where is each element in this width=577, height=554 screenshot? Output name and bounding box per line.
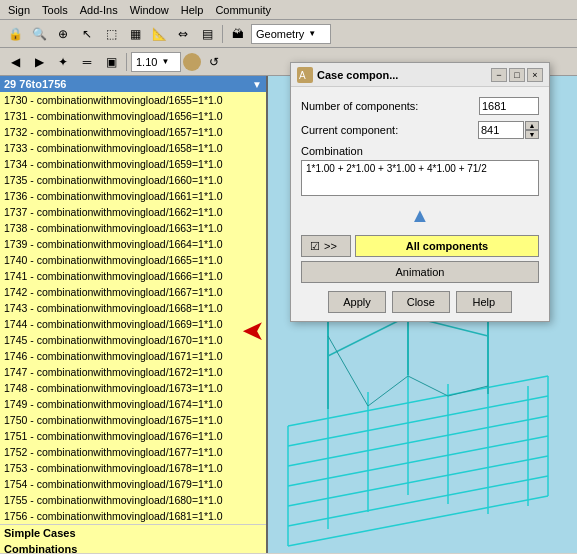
simple-cases-label[interactable]: Simple Cases [0, 525, 266, 541]
current-component-input[interactable] [478, 121, 524, 139]
fwd-btn[interactable]: ▶ [28, 51, 50, 73]
all-components-button[interactable]: All components [355, 235, 539, 257]
list-items-container: 1730 - combinationwithmovingload/1655=1*… [0, 92, 266, 524]
list-item[interactable]: 1730 - combinationwithmovingload/1655=1*… [0, 92, 266, 108]
cursor-btn[interactable]: ↖ [76, 23, 98, 45]
scale-chevron-icon: ▼ [161, 57, 169, 66]
scale-value: 1.10 [136, 56, 157, 68]
back-btn[interactable]: ◀ [4, 51, 26, 73]
svg-line-2 [288, 416, 548, 466]
maximize-button[interactable]: □ [509, 68, 525, 82]
current-component-label: Current component: [301, 124, 478, 136]
scale-dropdown[interactable]: 1.10 ▼ [131, 52, 181, 72]
list-item[interactable]: 1751 - combinationwithmovingload/1676=1*… [0, 428, 266, 444]
list-item[interactable]: 1752 - combinationwithmovingload/1677=1*… [0, 444, 266, 460]
svg-line-6 [288, 496, 548, 546]
list-header[interactable]: 29 76to1756 ▼ [0, 76, 266, 92]
svg-line-23 [368, 376, 408, 406]
menu-tools[interactable]: Tools [36, 2, 74, 18]
node-btn[interactable]: ✦ [52, 51, 74, 73]
current-component-row: Current component: ▲ ▼ [301, 121, 539, 139]
spinner-up-button[interactable]: ▲ [525, 121, 539, 130]
check-nav-button[interactable]: ☑ >> [301, 235, 351, 257]
measure-btn[interactable]: 📐 [148, 23, 170, 45]
close-dialog-button[interactable]: Close [392, 291, 450, 313]
list-item[interactable]: 1753 - combinationwithmovingload/1678=1*… [0, 460, 266, 476]
lock-btn[interactable]: 🔒 [4, 23, 26, 45]
list-item[interactable]: 1739 - combinationwithmovingload/1664=1*… [0, 236, 266, 252]
help-button[interactable]: Help [456, 291, 512, 313]
nav-btn-label: >> [324, 240, 337, 252]
list-item[interactable]: 1756 - combinationwithmovingload/1681=1*… [0, 508, 266, 524]
zoom-btn[interactable]: 🔍 [28, 23, 50, 45]
chevron-down-icon: ▼ [308, 29, 316, 38]
select-btn[interactable]: ⬚ [100, 23, 122, 45]
plate-btn[interactable]: ▣ [100, 51, 122, 73]
list-item[interactable]: 1755 - combinationwithmovingload/1680=1*… [0, 492, 266, 508]
sep1 [222, 25, 223, 43]
list-header-arrow-icon: ▼ [252, 79, 262, 90]
menu-help[interactable]: Help [175, 2, 210, 18]
color-btn[interactable] [183, 53, 201, 71]
list-item[interactable]: 1750 - combinationwithmovingload/1675=1*… [0, 412, 266, 428]
list-item[interactable]: 1744 - combinationwithmovingload/1669=1*… [0, 316, 266, 332]
geometry-dropdown[interactable]: Geometry ▼ [251, 24, 331, 44]
dim-btn[interactable]: ⇔ [172, 23, 194, 45]
animation-button[interactable]: Animation [301, 261, 539, 283]
list-item[interactable]: 1740 - combinationwithmovingload/1665=1*… [0, 252, 266, 268]
menu-sign[interactable]: Sign [2, 2, 36, 18]
list-item[interactable]: 1735 - combinationwithmovingload/1660=1*… [0, 172, 266, 188]
geometry-label: Geometry [256, 28, 304, 40]
apply-button[interactable]: Apply [328, 291, 386, 313]
svg-line-5 [288, 476, 548, 526]
list-item[interactable]: 1731 - combinationwithmovingload/1656=1*… [0, 108, 266, 124]
combinations-label[interactable]: Combinations [0, 541, 266, 553]
list-panel: 29 76to1756 ▼ 1730 - combinationwithmovi… [0, 76, 268, 553]
list-item[interactable]: 1738 - combinationwithmovingload/1663=1*… [0, 220, 266, 236]
svg-text:A: A [299, 70, 306, 81]
table-btn[interactable]: ▤ [196, 23, 218, 45]
spinner-down-button[interactable]: ▼ [525, 130, 539, 139]
list-item[interactable]: 1734 - combinationwithmovingload/1659=1*… [0, 156, 266, 172]
menu-window[interactable]: Window [124, 2, 175, 18]
minimize-button[interactable]: − [491, 68, 507, 82]
sep2 [126, 53, 127, 71]
toolbar-row1: 🔒 🔍 ⊕ ↖ ⬚ ▦ 📐 ⇔ ▤ 🏔 Geometry ▼ [0, 20, 577, 48]
dialog-app-icon: A [297, 67, 313, 83]
num-components-label: Number of components: [301, 100, 479, 112]
close-button[interactable]: × [527, 68, 543, 82]
num-components-input[interactable] [479, 97, 539, 115]
list-item[interactable]: 1733 - combinationwithmovingload/1658=1*… [0, 140, 266, 156]
svg-line-25 [448, 386, 488, 396]
zoom-plus-btn[interactable]: ⊕ [52, 23, 74, 45]
filter-btn[interactable]: ▦ [124, 23, 146, 45]
list-item[interactable]: 1749 - combinationwithmovingload/1674=1*… [0, 396, 266, 412]
list-item[interactable]: 1741 - combinationwithmovingload/1666=1*… [0, 268, 266, 284]
beam-btn[interactable]: ═ [76, 51, 98, 73]
list-item[interactable]: 1732 - combinationwithmovingload/1657=1*… [0, 124, 266, 140]
list-item[interactable]: 1743 - combinationwithmovingload/1668=1*… [0, 300, 266, 316]
list-footer: Simple Cases Combinations 29 76to1756 [0, 524, 266, 553]
reset-btn[interactable]: ↺ [203, 51, 225, 73]
menu-community[interactable]: Community [209, 2, 277, 18]
list-item[interactable]: 1748 - combinationwithmovingload/1673=1*… [0, 380, 266, 396]
dialog-body: Number of components: Current component:… [291, 87, 549, 321]
menu-addins[interactable]: Add-Ins [74, 2, 124, 18]
list-item[interactable]: 1746 - combinationwithmovingload/1671=1*… [0, 348, 266, 364]
svg-line-4 [288, 456, 548, 506]
case-components-dialog: A Case compon... − □ × Number of compone… [290, 62, 550, 322]
list-item[interactable]: 1736 - combinationwithmovingload/1661=1*… [0, 188, 266, 204]
dialog-title-text: Case compon... [317, 69, 491, 81]
nav-up-arrow-icon[interactable]: ▲ [410, 204, 430, 227]
geo-icon-btn[interactable]: 🏔 [227, 23, 249, 45]
svg-line-3 [288, 436, 548, 486]
list-item[interactable]: 1747 - combinationwithmovingload/1672=1*… [0, 364, 266, 380]
dialog-btn-row1: ☑ >> All components [301, 235, 539, 257]
list-item[interactable]: 1745 - combinationwithmovingload/1670=1*… [0, 332, 266, 348]
menubar: Sign Tools Add-Ins Window Help Community [0, 0, 577, 20]
list-item[interactable]: 1737 - combinationwithmovingload/1662=1*… [0, 204, 266, 220]
combination-section-label: Combination [301, 145, 539, 157]
list-item[interactable]: 1742 - combinationwithmovingload/1667=1*… [0, 284, 266, 300]
list-item[interactable]: 1754 - combinationwithmovingload/1679=1*… [0, 476, 266, 492]
num-components-row: Number of components: [301, 97, 539, 115]
